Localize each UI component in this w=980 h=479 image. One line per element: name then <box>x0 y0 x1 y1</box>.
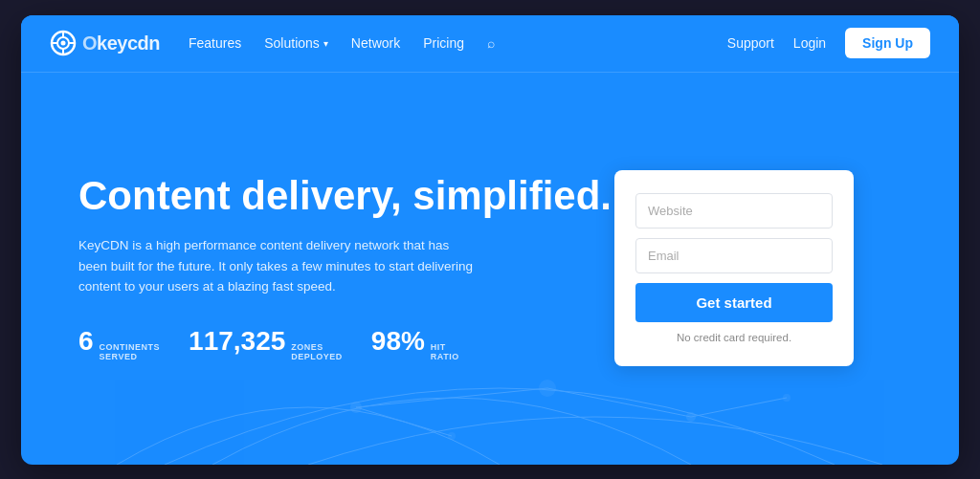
nav-link-support[interactable]: Support <box>727 35 774 51</box>
signup-button[interactable]: Sign Up <box>845 28 930 58</box>
logo[interactable]: Okeycdn <box>50 30 160 56</box>
svg-point-11 <box>350 402 362 413</box>
svg-line-8 <box>547 388 691 417</box>
nav-links: Features Solutions ▾ Network Pricing ⌕ <box>189 35 495 51</box>
stat-continents: 6 CONTINENTS SERVED <box>78 326 160 363</box>
stat-hit-ratio-label: HIT RATIO <box>431 342 459 363</box>
nav-link-solutions[interactable]: Solutions ▾ <box>264 35 328 51</box>
svg-line-9 <box>356 407 452 436</box>
stat-hit-ratio-number: 98% <box>371 326 425 357</box>
chevron-down-icon: ▾ <box>323 38 328 49</box>
hero-content: Content delivery, simplified. KeyCDN is … <box>78 174 614 363</box>
stat-continents-label: CONTINENTS SERVED <box>100 342 161 363</box>
svg-point-14 <box>783 394 791 402</box>
browser-window: Okeycdn Features Solutions ▾ Network Pri… <box>21 15 959 465</box>
hero-description: KeyCDN is a high performance content del… <box>78 235 480 297</box>
search-icon[interactable]: ⌕ <box>487 35 495 51</box>
email-input[interactable] <box>635 238 833 273</box>
stat-zones-label: ZONES DEPLOYED <box>291 342 343 363</box>
stat-zones-number: 117,325 <box>189 326 285 357</box>
stat-hit-ratio: 98% HIT RATIO <box>371 326 459 363</box>
no-credit-card-text: No credit card required. <box>635 332 833 343</box>
signup-card: Get started No credit card required. <box>614 170 854 366</box>
svg-point-15 <box>448 432 456 440</box>
nav-link-features[interactable]: Features <box>189 35 241 51</box>
hero-title: Content delivery, simplified. <box>78 174 614 218</box>
logo-text: Okeycdn <box>82 33 160 54</box>
website-input[interactable] <box>635 193 833 229</box>
svg-point-13 <box>686 412 696 422</box>
stat-zones: 117,325 ZONES DEPLOYED <box>189 326 343 363</box>
navbar-left: Okeycdn Features Solutions ▾ Network Pri… <box>50 30 495 56</box>
keycdn-logo-icon <box>50 30 77 56</box>
nav-link-login[interactable]: Login <box>793 35 826 51</box>
nav-link-network[interactable]: Network <box>351 35 400 51</box>
stat-continents-number: 6 <box>78 326 94 357</box>
svg-line-10 <box>691 398 787 417</box>
nav-link-pricing[interactable]: Pricing <box>423 35 464 51</box>
svg-line-7 <box>356 388 547 407</box>
navbar: Okeycdn Features Solutions ▾ Network Pri… <box>21 15 959 73</box>
svg-point-12 <box>539 380 556 397</box>
navbar-right: Support Login Sign Up <box>727 28 930 58</box>
svg-point-2 <box>61 41 66 46</box>
stats-row: 6 CONTINENTS SERVED 117,325 ZONES DEPLOY… <box>78 326 614 363</box>
hero-section: Content delivery, simplified. KeyCDN is … <box>21 73 959 465</box>
get-started-button[interactable]: Get started <box>635 283 833 322</box>
